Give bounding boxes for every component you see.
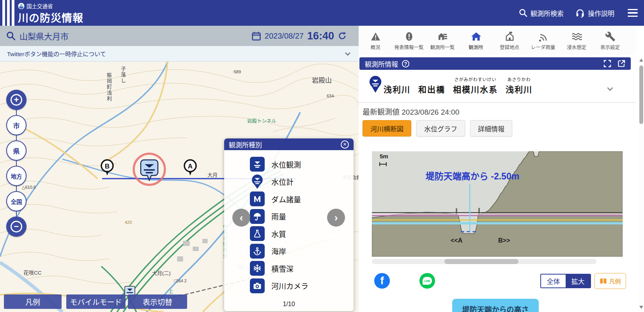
nav-overview[interactable]: 概況: [359, 26, 392, 55]
facebook-share-button[interactable]: f: [374, 273, 390, 289]
nav-radar-rainfall[interactable]: レーダ雨量: [526, 26, 560, 55]
scrollbar-thumb[interactable]: [444, 259, 518, 264]
station-name: 和出橋: [418, 74, 445, 95]
warning-triangle-icon: [370, 31, 381, 42]
tab-water-level-graph[interactable]: 水位グラフ: [416, 120, 465, 136]
station-search-button[interactable]: 観測所検索: [519, 8, 564, 18]
nav-station-list[interactable]: 観測所一覧: [426, 26, 459, 55]
crest-height-button[interactable]: 堤防天端からの高さ: [452, 299, 539, 312]
zoom-in-button[interactable]: +: [6, 90, 27, 110]
type-item-dam[interactable]: ダム諸量: [250, 190, 354, 208]
menu-button[interactable]: [626, 7, 639, 19]
type-item-water-quality[interactable]: 水質: [250, 225, 354, 243]
app-root: 国土交通省 川の防災情報 観測所検索 操作説明: [0, 0, 644, 312]
headset-icon: [575, 8, 585, 18]
cross-section-chart[interactable]: 堤防天端高から -2.50m 5m <<A B>>: [372, 151, 623, 257]
zoom-level-city-button[interactable]: 市: [6, 115, 27, 135]
zoom-out-button[interactable]: −: [6, 216, 27, 237]
close-icon[interactable]: ✕: [341, 140, 349, 149]
type-item-water-gauge[interactable]: 水位計: [250, 173, 354, 191]
dam-icon: [250, 191, 265, 206]
type-item-coast[interactable]: 海岸: [250, 243, 354, 260]
nav-display-settings[interactable]: 表示設定: [593, 26, 627, 55]
nav-bulletin-list[interactable]: 発表情報一覧: [392, 26, 426, 55]
svg-text:A: A: [188, 163, 193, 170]
station-river-reading: あさりかわ浅利川: [506, 74, 533, 95]
latest-observation-label: 最新観測値 2023/08/26 24:00: [363, 106, 459, 117]
view-whole-button[interactable]: 全体: [541, 275, 566, 287]
line-icon: LINE: [423, 277, 432, 285]
search-input[interactable]: 山梨県大月市: [19, 30, 69, 42]
map-pane: 山梨県大月市 2023/08/27 16:40 Twitterボタン機能の一時停…: [0, 26, 359, 312]
datetime-picker[interactable]: 2023/08/27 16:40: [251, 30, 347, 42]
page-title: 川の防災情報: [18, 10, 83, 25]
refresh-icon[interactable]: [338, 31, 347, 41]
current-date[interactable]: 2023/08/27: [265, 32, 304, 41]
chevron-down-icon[interactable]: [606, 85, 614, 93]
chart-zoom-toggle: 全体 拡大: [540, 274, 591, 288]
zoom-level-region-button[interactable]: 地方: [6, 166, 27, 186]
map-label: □364 2: [174, 278, 187, 283]
fullscreen-icon[interactable]: [603, 60, 611, 67]
open-book-icon: [600, 278, 607, 284]
station-list-icon: [437, 31, 448, 42]
type-panel-next-arrow[interactable]: ›: [327, 209, 345, 227]
station-header[interactable]: 浅利川 和出橋 さがみがわすいけい相模川水系 あさりかわ浅利川: [359, 70, 631, 102]
chevron-down-icon[interactable]: [344, 50, 352, 58]
view-enlarge-button[interactable]: 拡大: [566, 275, 590, 287]
map-label: 岩殿山: [312, 75, 332, 85]
line-share-button[interactable]: LINE: [419, 273, 435, 289]
help-button[interactable]: 操作説明: [575, 8, 614, 18]
notice-banner[interactable]: Twitterボタン機能の一時停止について: [0, 46, 359, 62]
nav-registered-points[interactable]: 登録地点: [493, 26, 526, 55]
scroll-up-arrow[interactable]: [639, 58, 643, 62]
type-item-snow-depth[interactable]: 積雪深: [250, 260, 354, 277]
type-panel-page-indicator: 1/10: [224, 301, 354, 308]
svg-text:B: B: [105, 163, 110, 170]
alert-icon: [404, 31, 414, 42]
type-item-river-camera[interactable]: 河川カメラ: [250, 277, 354, 295]
wrench-icon: [605, 31, 616, 42]
help-icon[interactable]: ?: [402, 60, 409, 67]
map-label: 岩殿トンネル: [247, 117, 276, 124]
tab-detail-info[interactable]: 詳細情報: [470, 120, 512, 136]
top-header: 国土交通省 川の防災情報 観測所検索 操作説明: [0, 0, 644, 26]
chart-horizontal-scrollbar[interactable]: [372, 259, 596, 264]
current-time[interactable]: 16:40: [307, 30, 334, 42]
zoom-level-national-button[interactable]: 全国: [6, 191, 27, 211]
ministry-name: 国土交通省: [27, 2, 53, 10]
water-level-obs-icon: [250, 157, 265, 172]
external-link-icon[interactable]: [617, 60, 625, 67]
type-item-water-level-obs[interactable]: 水位観測: [250, 156, 354, 173]
map-label: 花咲CC: [23, 268, 42, 276]
panel-scrollbar[interactable]: [639, 57, 644, 312]
location-search-bar[interactable]: 山梨県大月市 2023/08/27 16:40: [0, 26, 359, 46]
display-toggle-button[interactable]: 表示切替: [128, 294, 187, 309]
station-river: 浅利川: [384, 74, 410, 95]
map-label: 大月(二): [152, 269, 171, 277]
zoom-level-pref-button[interactable]: 県: [6, 140, 27, 161]
home-icon: [471, 31, 481, 42]
nav-station[interactable]: 観測所: [459, 26, 493, 55]
legend-button[interactable]: 凡例: [4, 294, 62, 309]
flask-icon: [250, 226, 265, 241]
scroll-down-arrow[interactable]: [639, 306, 643, 309]
type-panel-prev-arrow[interactable]: ‹: [232, 209, 250, 227]
nav-flood-assumption[interactable]: 浸水想定: [560, 26, 593, 55]
chart-legend-button[interactable]: 凡例: [594, 273, 626, 289]
map-label: 大月: [207, 171, 218, 178]
map-canvas[interactable]: B A 子落し 賑岡町浅利 ·589 岩殿山 6: [0, 62, 359, 312]
scrollbar-thumb[interactable]: [639, 66, 643, 124]
mobile-mode-button[interactable]: モバイルモード: [66, 294, 126, 309]
tab-cross-section[interactable]: 河川横断図: [363, 120, 411, 136]
station-type-panel-title: 観測所種別: [229, 140, 262, 149]
calendar-icon: [251, 31, 261, 41]
water-gauge-icon: [250, 174, 265, 189]
map-label: 子落し: [119, 66, 127, 84]
site-logo[interactable]: 国土交通省 川の防災情報: [18, 2, 83, 25]
map-label: 634·: [327, 94, 335, 98]
camera-icon: [250, 278, 265, 293]
snowflake-icon: [250, 261, 265, 276]
anchor-icon: [250, 244, 265, 259]
radar-icon: [538, 31, 548, 42]
